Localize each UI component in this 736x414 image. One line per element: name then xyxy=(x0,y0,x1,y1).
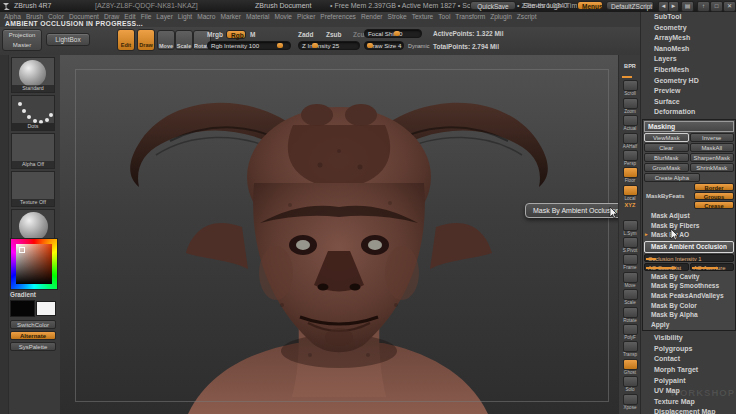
section-preview[interactable]: Preview xyxy=(641,86,736,97)
feat-crease-button[interactable]: Crease xyxy=(694,201,734,209)
menu-light[interactable]: Light xyxy=(178,13,192,20)
current-texture-thumbnail[interactable]: Texture Off xyxy=(11,171,55,207)
xpose-button[interactable]: Xpose xyxy=(620,394,640,410)
scale-button[interactable]: Scale xyxy=(175,30,193,50)
menus-button[interactable]: Menus xyxy=(577,1,603,10)
zoom-button[interactable]: Zoom xyxy=(620,98,640,114)
minimize-button[interactable]: ↑ xyxy=(697,1,710,12)
menu-document[interactable]: Document xyxy=(69,13,99,20)
m-button[interactable]: M xyxy=(250,31,255,38)
menu-marker[interactable]: Marker xyxy=(220,13,241,20)
section-surface[interactable]: Surface xyxy=(641,97,736,108)
syspalette-button[interactable]: SysPalette xyxy=(10,342,56,351)
current-brush-thumbnail[interactable]: Standard xyxy=(11,57,55,93)
menu-render[interactable]: Render xyxy=(361,13,383,20)
menu-zscript[interactable]: Zscript xyxy=(517,13,537,20)
menu-color[interactable]: Color xyxy=(48,13,64,20)
menu-alpha[interactable]: Alpha xyxy=(4,13,21,20)
secondary-color-swatch[interactable] xyxy=(36,301,56,316)
solo-button[interactable]: Solo xyxy=(620,376,640,392)
section-layers[interactable]: Layers xyxy=(641,54,736,65)
blurmask-button[interactable]: BlurMask xyxy=(644,153,689,162)
z-intensity-thumb[interactable] xyxy=(312,43,318,48)
feat-border-button[interactable]: Border xyxy=(694,183,734,191)
menu-material[interactable]: Material xyxy=(246,13,269,20)
restore-button[interactable]: □ xyxy=(710,1,723,12)
section-nanomesh[interactable]: NanoMesh xyxy=(641,44,736,55)
color-picker[interactable] xyxy=(10,238,58,290)
menu-tool[interactable]: Tool xyxy=(438,13,450,20)
frame-button[interactable]: Frame xyxy=(620,254,640,270)
mask-by-color-item[interactable]: Mask By Color xyxy=(644,301,734,311)
maskall-button[interactable]: MaskAll xyxy=(690,143,735,152)
default-zscript-button[interactable]: DefaultZScript xyxy=(606,1,654,10)
zadd-button[interactable]: Zadd xyxy=(298,31,314,38)
menu-stroke[interactable]: Stroke xyxy=(388,13,407,20)
viewmask-button[interactable]: ViewMask xyxy=(644,133,689,142)
section-deformation[interactable]: Deformation xyxy=(641,107,736,118)
ao-scandist-slider[interactable]: AO ScanDist xyxy=(644,263,689,271)
mask-peaksandvalleys-item[interactable]: Mask PeaksAndValleys xyxy=(644,291,734,301)
scroll-button[interactable]: Scroll xyxy=(620,80,640,96)
apply-item[interactable]: Apply xyxy=(644,320,734,330)
draw-size-thumb[interactable] xyxy=(367,43,373,48)
mask-by-ao-item[interactable]: ▸Mask By AO xyxy=(644,230,734,240)
zsub-button[interactable]: Zsub xyxy=(326,31,342,38)
focal-shift-slider[interactable]: Focal Shift 0 xyxy=(364,29,422,38)
aahalf-button[interactable]: AAHalf xyxy=(620,133,640,149)
section-polypaint[interactable]: Polypaint xyxy=(641,376,736,387)
menu-layer[interactable]: Layer xyxy=(156,13,173,20)
section-polygroups[interactable]: Polygroups xyxy=(641,344,736,355)
section-visibility[interactable]: Visibility xyxy=(641,333,736,344)
z-intensity-slider[interactable]: Z Intensity 25 xyxy=(298,41,360,50)
section-texture-map[interactable]: Texture Map xyxy=(641,397,736,408)
move-button[interactable]: Move xyxy=(620,272,640,288)
section-fibermesh[interactable]: FiberMesh xyxy=(641,65,736,76)
section-contact[interactable]: Contact xyxy=(641,354,736,365)
section-geometry-hd[interactable]: Geometry HD xyxy=(641,76,736,87)
saturation-square[interactable] xyxy=(16,244,52,284)
left-divider-strip[interactable] xyxy=(0,55,9,414)
section-morph-target[interactable]: Morph Target xyxy=(641,365,736,376)
transp-button[interactable]: Transp xyxy=(620,341,640,357)
focal-shift-thumb[interactable] xyxy=(394,31,400,36)
zscript-next-icon[interactable]: ► xyxy=(668,1,679,12)
menu-brush[interactable]: Brush xyxy=(26,13,43,20)
actual-button[interactable]: Actual xyxy=(620,115,640,131)
document-icon-button[interactable]: ▤ xyxy=(681,1,694,12)
shrinkmask-button[interactable]: ShrinkMask xyxy=(690,163,735,172)
menu-edit[interactable]: Edit xyxy=(124,13,135,20)
mask-by-smoothness-item[interactable]: Mask By Smoothness xyxy=(644,281,734,291)
rotate-button[interactable]: Rotate xyxy=(620,307,640,323)
mrgb-button[interactable]: Mrgb xyxy=(207,31,223,38)
growmask-button[interactable]: GrowMask xyxy=(644,163,689,172)
persp-button[interactable]: Persp xyxy=(620,150,640,166)
draw-size-slider[interactable]: Draw Size 4 xyxy=(364,41,404,50)
current-stroke-thumbnail[interactable]: Dots xyxy=(11,95,55,131)
menu-preferences[interactable]: Preferences xyxy=(320,13,356,20)
mask-by-cavity-item[interactable]: Mask By Cavity xyxy=(644,272,734,282)
mask-adjust-item[interactable]: Mask Adjust xyxy=(644,211,734,221)
rgb-button[interactable]: Rgb xyxy=(226,30,246,39)
menu-macro[interactable]: Macro xyxy=(197,13,215,20)
section-arraymesh[interactable]: ArrayMesh xyxy=(641,33,736,44)
quicksave-button[interactable]: QuickSave xyxy=(470,1,516,10)
bpr-quality-slider[interactable] xyxy=(622,76,632,78)
menu-texture[interactable]: Texture xyxy=(412,13,434,20)
dynamic-toggle[interactable]: Dynamic xyxy=(408,43,429,49)
section-subtool[interactable]: SubTool xyxy=(641,12,736,23)
edit-button[interactable]: Edit xyxy=(117,29,135,51)
menu-draw[interactable]: Draw xyxy=(104,13,119,20)
section-displacement-map[interactable]: Displacement Map xyxy=(641,407,736,414)
mask-by-fibers-item[interactable]: Mask By Fibers xyxy=(644,221,734,231)
floor-button[interactable]: Floor xyxy=(620,167,640,183)
xyz-button[interactable]: XYZ xyxy=(620,202,640,209)
gradient-label[interactable]: Gradient xyxy=(10,291,36,298)
mask-ambient-occlusion-button[interactable]: Mask Ambient Occlusion xyxy=(644,241,734,253)
scale-button[interactable]: Scale xyxy=(620,289,640,305)
menu-zplugin[interactable]: Zplugin xyxy=(490,13,512,20)
menu-movie[interactable]: Movie xyxy=(274,13,292,20)
create-alpha-button[interactable]: Create Alpha xyxy=(644,173,700,182)
switchcolor-button[interactable]: SwitchColor xyxy=(10,320,56,329)
menu-file[interactable]: File xyxy=(141,13,152,20)
